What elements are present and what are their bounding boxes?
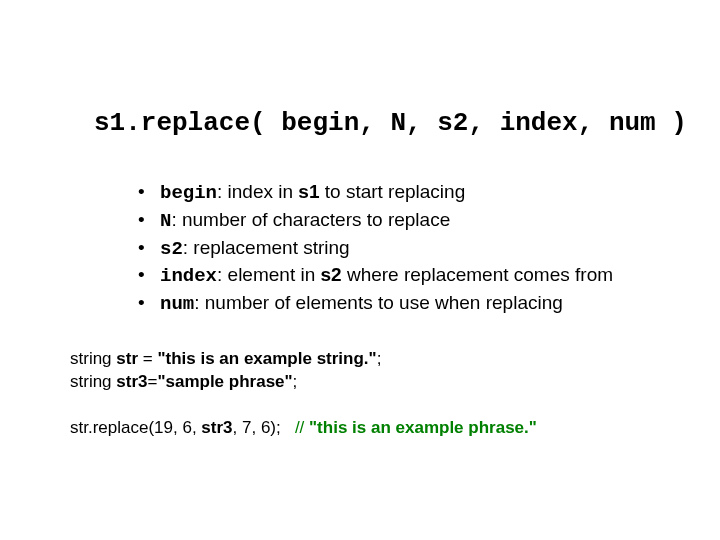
param-desc: : number of elements to use when replaci… <box>194 292 563 313</box>
bullet-dot: • <box>138 236 160 260</box>
param-desc-b: to start replacing <box>319 181 465 202</box>
bullet-begin: • begin: index in s1 to start replacing <box>138 180 660 206</box>
param-name: num <box>160 293 194 315</box>
bullet-text: num: number of elements to use when repl… <box>160 291 660 317</box>
bullet-text: begin: index in s1 to start replacing <box>160 180 660 206</box>
code-comment: // "this is an example phrase." <box>295 418 537 437</box>
bullet-text: index: element in s2 where replacement c… <box>160 263 660 289</box>
param-desc-b: where replacement comes from <box>342 264 613 285</box>
bullet-text: N: number of characters to replace <box>160 208 660 234</box>
bullet-dot: • <box>138 291 160 315</box>
bullet-s2: • s2: replacement string <box>138 236 660 262</box>
param-name: index <box>160 265 217 287</box>
param-name: N <box>160 210 171 232</box>
param-name: s2 <box>160 238 183 260</box>
bullet-text: s2: replacement string <box>160 236 660 262</box>
example-code: string str = "this is an example string.… <box>70 348 537 440</box>
bullet-dot: • <box>138 180 160 204</box>
ref-s2: s2 <box>321 264 342 285</box>
param-desc-a: : index in <box>217 181 298 202</box>
bullet-dot: • <box>138 208 160 232</box>
slide: s1.replace( begin, N, s2, index, num ) •… <box>0 0 720 540</box>
param-name: begin <box>160 182 217 204</box>
title-signature: s1.replace( begin, N, s2, index, num ) <box>94 108 690 138</box>
code-line-2: string str3="sample phrase"; <box>70 371 537 394</box>
bullet-N: • N: number of characters to replace <box>138 208 660 234</box>
param-desc: : replacement string <box>183 237 350 258</box>
bullet-num: • num: number of elements to use when re… <box>138 291 660 317</box>
bullet-index: • index: element in s2 where replacement… <box>138 263 660 289</box>
param-desc: : number of characters to replace <box>171 209 450 230</box>
code-line-1: string str = "this is an example string.… <box>70 348 537 371</box>
code-line-3: str.replace(19, 6, str3, 7, 6); // "this… <box>70 417 537 440</box>
param-desc-a: : element in <box>217 264 321 285</box>
parameter-list: • begin: index in s1 to start replacing … <box>138 180 660 319</box>
ref-s1: s1 <box>298 181 319 202</box>
bullet-dot: • <box>138 263 160 287</box>
code-line-blank <box>70 394 537 417</box>
